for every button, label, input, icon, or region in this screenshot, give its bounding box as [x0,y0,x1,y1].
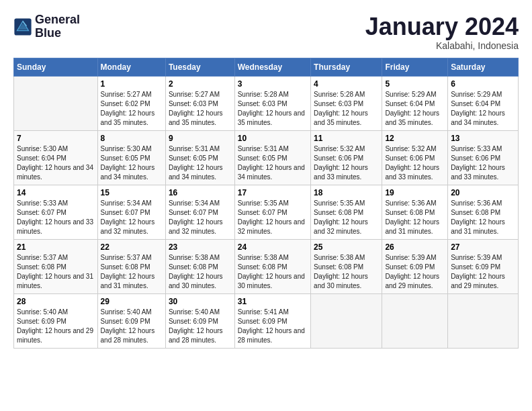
day-cell: 4Sunrise: 5:28 AMSunset: 6:03 PMDaylight… [311,76,382,130]
day-info: Sunrise: 5:38 AMSunset: 6:08 PMDaylight:… [238,253,308,291]
day-number: 17 [238,188,308,197]
day-cell: 5Sunrise: 5:29 AMSunset: 6:04 PMDaylight… [382,76,448,130]
day-info: Sunrise: 5:27 AMSunset: 6:02 PMDaylight:… [101,90,163,128]
day-cell: 15Sunrise: 5:34 AMSunset: 6:07 PMDayligh… [97,185,165,239]
header-sunday: Sunday [14,58,98,76]
day-info: Sunrise: 5:40 AMSunset: 6:09 PMDaylight:… [101,308,163,345]
header-tuesday: Tuesday [165,58,234,76]
logo-icon [13,17,32,36]
header-thursday: Thursday [311,58,382,76]
day-info: Sunrise: 5:35 AMSunset: 6:07 PMDaylight:… [238,199,308,236]
day-cell: 2Sunrise: 5:27 AMSunset: 6:03 PMDaylight… [165,76,234,130]
day-cell [382,293,448,348]
day-number: 16 [169,188,232,197]
day-number: 24 [238,242,308,252]
day-number: 10 [238,134,308,143]
page-subtitle: Kalabahi, Indonesia [365,40,519,51]
calendar-table: SundayMondayTuesdayWednesdayThursdayFrid… [13,58,519,349]
day-cell: 27Sunrise: 5:39 AMSunset: 6:09 PMDayligh… [448,239,519,293]
day-info: Sunrise: 5:29 AMSunset: 6:04 PMDaylight:… [385,90,445,128]
title-area: January 2024 Kalabahi, Indonesia [365,13,519,51]
day-info: Sunrise: 5:36 AMSunset: 6:08 PMDaylight:… [451,199,515,236]
page-header: General Blue January 2024 Kalabahi, Indo… [13,13,519,51]
day-cell: 26Sunrise: 5:39 AMSunset: 6:09 PMDayligh… [382,239,448,293]
day-info: Sunrise: 5:39 AMSunset: 6:09 PMDaylight:… [451,253,515,291]
week-row-1: 1Sunrise: 5:27 AMSunset: 6:02 PMDaylight… [14,76,519,130]
day-number: 11 [314,134,379,143]
day-number: 12 [385,134,445,143]
page-title: January 2024 [365,13,519,40]
week-row-5: 28Sunrise: 5:40 AMSunset: 6:09 PMDayligh… [14,293,519,348]
day-number: 30 [169,297,232,306]
day-number: 9 [169,134,232,143]
day-info: Sunrise: 5:41 AMSunset: 6:09 PMDaylight:… [238,308,308,345]
day-cell: 20Sunrise: 5:36 AMSunset: 6:08 PMDayligh… [448,185,519,239]
day-cell: 23Sunrise: 5:38 AMSunset: 6:08 PMDayligh… [165,239,234,293]
day-info: Sunrise: 5:29 AMSunset: 6:04 PMDaylight:… [451,90,515,128]
day-cell: 28Sunrise: 5:40 AMSunset: 6:09 PMDayligh… [14,293,98,348]
day-info: Sunrise: 5:38 AMSunset: 6:08 PMDaylight:… [169,253,232,291]
day-info: Sunrise: 5:30 AMSunset: 6:05 PMDaylight:… [101,144,163,182]
day-cell: 31Sunrise: 5:41 AMSunset: 6:09 PMDayligh… [234,293,310,348]
day-cell: 29Sunrise: 5:40 AMSunset: 6:09 PMDayligh… [97,293,165,348]
day-info: Sunrise: 5:35 AMSunset: 6:08 PMDaylight:… [314,199,379,236]
calendar-body: 1Sunrise: 5:27 AMSunset: 6:02 PMDaylight… [14,76,519,348]
logo: General Blue [13,13,80,40]
day-info: Sunrise: 5:32 AMSunset: 6:06 PMDaylight:… [314,144,379,182]
day-number: 28 [17,297,95,306]
calendar-header-row: SundayMondayTuesdayWednesdayThursdayFrid… [14,58,519,76]
header-friday: Friday [382,58,448,76]
day-cell: 25Sunrise: 5:38 AMSunset: 6:08 PMDayligh… [311,239,382,293]
day-cell: 19Sunrise: 5:36 AMSunset: 6:08 PMDayligh… [382,185,448,239]
day-info: Sunrise: 5:39 AMSunset: 6:09 PMDaylight:… [385,253,445,291]
day-cell: 6Sunrise: 5:29 AMSunset: 6:04 PMDaylight… [448,76,519,130]
day-cell: 21Sunrise: 5:37 AMSunset: 6:08 PMDayligh… [14,239,98,293]
day-info: Sunrise: 5:40 AMSunset: 6:09 PMDaylight:… [169,308,232,345]
day-number: 25 [314,242,379,252]
day-info: Sunrise: 5:28 AMSunset: 6:03 PMDaylight:… [238,90,308,128]
day-number: 29 [101,297,163,306]
day-number: 5 [385,79,445,89]
day-number: 15 [101,188,163,197]
day-cell: 11Sunrise: 5:32 AMSunset: 6:06 PMDayligh… [311,130,382,185]
day-cell [14,76,98,130]
day-cell: 13Sunrise: 5:33 AMSunset: 6:06 PMDayligh… [448,130,519,185]
day-info: Sunrise: 5:30 AMSunset: 6:04 PMDaylight:… [17,144,95,182]
day-cell: 8Sunrise: 5:30 AMSunset: 6:05 PMDaylight… [97,130,165,185]
day-info: Sunrise: 5:36 AMSunset: 6:08 PMDaylight:… [385,199,445,236]
day-number: 20 [451,188,515,197]
day-number: 26 [385,242,445,252]
day-info: Sunrise: 5:31 AMSunset: 6:05 PMDaylight:… [238,144,308,182]
day-info: Sunrise: 5:28 AMSunset: 6:03 PMDaylight:… [314,90,379,128]
day-number: 2 [169,79,232,89]
day-number: 3 [238,79,308,89]
week-row-4: 21Sunrise: 5:37 AMSunset: 6:08 PMDayligh… [14,239,519,293]
day-info: Sunrise: 5:33 AMSunset: 6:07 PMDaylight:… [17,199,95,236]
day-number: 6 [451,79,515,89]
week-row-2: 7Sunrise: 5:30 AMSunset: 6:04 PMDaylight… [14,130,519,185]
day-cell: 3Sunrise: 5:28 AMSunset: 6:03 PMDaylight… [234,76,310,130]
day-number: 4 [314,79,379,89]
day-info: Sunrise: 5:33 AMSunset: 6:06 PMDaylight:… [451,144,515,182]
day-info: Sunrise: 5:38 AMSunset: 6:08 PMDaylight:… [314,253,379,291]
day-cell: 7Sunrise: 5:30 AMSunset: 6:04 PMDaylight… [14,130,98,185]
week-row-3: 14Sunrise: 5:33 AMSunset: 6:07 PMDayligh… [14,185,519,239]
day-number: 7 [17,134,95,143]
day-cell [311,293,382,348]
day-number: 19 [385,188,445,197]
day-cell: 1Sunrise: 5:27 AMSunset: 6:02 PMDaylight… [97,76,165,130]
day-cell: 10Sunrise: 5:31 AMSunset: 6:05 PMDayligh… [234,130,310,185]
header-monday: Monday [97,58,165,76]
day-number: 18 [314,188,379,197]
day-number: 22 [101,242,163,252]
day-number: 27 [451,242,515,252]
day-info: Sunrise: 5:27 AMSunset: 6:03 PMDaylight:… [169,90,232,128]
day-cell: 16Sunrise: 5:34 AMSunset: 6:07 PMDayligh… [165,185,234,239]
logo-text: General Blue [35,13,80,40]
day-cell: 22Sunrise: 5:37 AMSunset: 6:08 PMDayligh… [97,239,165,293]
day-number: 23 [169,242,232,252]
day-cell: 12Sunrise: 5:32 AMSunset: 6:06 PMDayligh… [382,130,448,185]
day-number: 8 [101,134,163,143]
day-info: Sunrise: 5:34 AMSunset: 6:07 PMDaylight:… [101,199,163,236]
day-number: 31 [238,297,308,306]
